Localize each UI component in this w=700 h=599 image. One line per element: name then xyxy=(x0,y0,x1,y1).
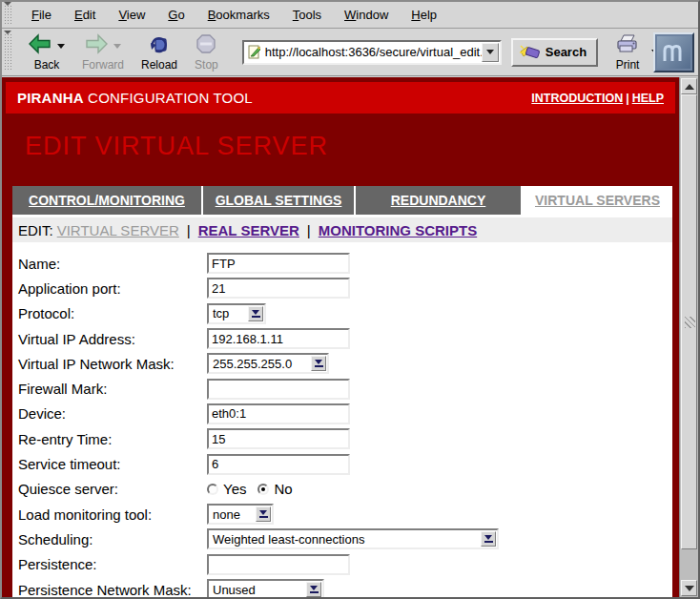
edit-subnav: EDIT: VIRTUAL SERVER | REAL SERVER | MON… xyxy=(12,217,672,242)
scheduling-select[interactable]: Weighted least-connections xyxy=(207,528,499,549)
field-label: Device: xyxy=(18,405,207,422)
tab-bar: CONTROL/MONITORING GLOBAL SETTINGS REDUN… xyxy=(12,186,672,215)
toolbar-grippy[interactable] xyxy=(4,33,12,72)
introduction-link[interactable]: INTRODUCTION xyxy=(531,92,623,105)
field-label: Service timeout: xyxy=(18,456,207,472)
print-button[interactable]: Print xyxy=(611,32,644,72)
piranha-header-bar: PIRANHA CONFIGURATION TOOL INTRODUCTION|… xyxy=(6,82,675,114)
tab-control-monitoring[interactable]: CONTROL/MONITORING xyxy=(12,186,201,215)
page-content: PIRANHA CONFIGURATION TOOL INTRODUCTION|… xyxy=(2,77,698,597)
load-monitoring-select[interactable]: none xyxy=(207,504,274,525)
menu-go[interactable]: Go xyxy=(156,4,196,26)
subnav-current-virtual-server: VIRTUAL SERVER xyxy=(57,222,179,238)
monitoring-scripts-link[interactable]: MONITORING SCRIPTS xyxy=(319,222,477,238)
menu-help[interactable]: Help xyxy=(400,4,448,26)
radio-label: Yes xyxy=(223,481,246,497)
scroll-up-icon[interactable] xyxy=(681,78,697,94)
select-value: 255.255.255.0 xyxy=(209,357,311,371)
url-history-dropdown-icon[interactable] xyxy=(482,43,499,62)
menu-view[interactable]: View xyxy=(107,4,156,26)
firewall-mark-input[interactable] xyxy=(207,379,350,400)
form-row-application-port: Application port: xyxy=(12,276,672,300)
menu-bookmarks[interactable]: Bookmarks xyxy=(196,4,281,26)
back-button[interactable]: Back xyxy=(25,32,69,72)
scroll-down-icon[interactable] xyxy=(681,580,697,596)
tab-global-settings[interactable]: GLOBAL SETTINGS xyxy=(203,186,354,215)
url-input[interactable]: http://localhost:3636/secure/virtual_edi… xyxy=(265,45,482,59)
menu-tools[interactable]: Tools xyxy=(281,4,333,26)
menu-window[interactable]: Window xyxy=(333,4,400,26)
back-arrow-icon xyxy=(29,33,51,58)
select-value: Unused xyxy=(209,583,306,597)
print-icon xyxy=(615,33,640,58)
reentry-time-input[interactable] xyxy=(207,428,350,449)
main-panel: CONTROL/MONITORING GLOBAL SETTINGS REDUN… xyxy=(12,186,672,597)
subnav-separator: | xyxy=(307,222,311,238)
persistence-netmask-select[interactable]: Unused xyxy=(207,579,324,597)
form-row-quiesce-server: Quiesce server: Yes No xyxy=(12,477,672,502)
dropdown-arrow-icon xyxy=(248,306,263,321)
radio-selected-icon xyxy=(257,484,269,495)
field-label: Persistence: xyxy=(18,556,207,572)
dropdown-arrow-icon xyxy=(311,356,326,371)
virtual-ip-netmask-select[interactable]: 255.255.255.0 xyxy=(207,353,329,374)
protocol-select[interactable]: tcp xyxy=(207,303,266,324)
header-link-separator: | xyxy=(623,92,632,105)
app-brand: PIRANHA CONFIGURATION TOOL xyxy=(17,90,253,106)
service-timeout-input[interactable] xyxy=(207,454,350,475)
form-row-load-monitoring: Load monitoring tool: none xyxy=(12,502,672,527)
select-value: Weighted least-connections xyxy=(209,532,481,547)
url-bar[interactable]: http://localhost:3636/secure/virtual_edi… xyxy=(242,40,502,65)
navigation-toolbar: Back Forward xyxy=(2,29,698,76)
radio-icon xyxy=(207,484,218,495)
persistence-input[interactable] xyxy=(207,554,350,575)
vertical-scrollbar[interactable] xyxy=(679,77,698,597)
toolbar-grippy[interactable] xyxy=(4,5,12,26)
search-flashlight-icon xyxy=(520,45,541,60)
field-label: Quiesce server: xyxy=(18,481,207,497)
back-dropdown-icon[interactable] xyxy=(57,44,65,49)
quiesce-yes-radio[interactable]: Yes xyxy=(207,481,246,497)
brand-secondary: CONFIGURATION TOOL xyxy=(84,90,253,106)
field-label: Scheduling: xyxy=(18,531,207,547)
radio-label: No xyxy=(274,481,292,497)
quiesce-no-radio[interactable]: No xyxy=(257,481,292,497)
menu-bar: File Edit View Go Bookmarks Tools Window… xyxy=(2,2,698,29)
field-label: Re-entry Time: xyxy=(18,431,207,447)
form-row-persistence-netmask: Persistence Network Mask: Unused xyxy=(12,577,672,597)
select-value: none xyxy=(209,507,256,522)
menu-file[interactable]: File xyxy=(20,4,63,26)
field-label: Name: xyxy=(18,256,207,272)
form-row-virtual-ip: Virtual IP Address: xyxy=(12,326,672,351)
search-button[interactable]: Search xyxy=(511,38,598,67)
reload-button[interactable]: Reload xyxy=(137,32,181,72)
name-input[interactable] xyxy=(207,253,350,274)
form-row-persistence: Persistence: xyxy=(12,552,672,577)
forward-dropdown-icon xyxy=(113,44,121,49)
dropdown-arrow-icon xyxy=(481,531,496,547)
device-input[interactable] xyxy=(207,403,350,424)
real-server-link[interactable]: REAL SERVER xyxy=(198,222,299,238)
field-label: Load monitoring tool: xyxy=(18,506,207,523)
dropdown-arrow-icon xyxy=(306,582,321,597)
menu-edit[interactable]: Edit xyxy=(63,4,107,26)
help-link[interactable]: HELP xyxy=(632,92,664,105)
form-row-scheduling: Scheduling: Weighted least-connections xyxy=(12,527,672,551)
tab-redundancy[interactable]: REDUNDANCY xyxy=(356,186,521,215)
field-label: Protocol: xyxy=(18,305,207,321)
stop-icon xyxy=(196,33,216,58)
form-row-virtual-ip-netmask: Virtual IP Network Mask: 255.255.255.0 xyxy=(12,351,672,376)
scrollbar-thumb[interactable] xyxy=(681,94,697,549)
mozilla-logo[interactable] xyxy=(653,32,694,72)
field-label: Virtual IP Address: xyxy=(18,331,207,347)
page-title: EDIT VIRTUAL SERVER xyxy=(25,132,328,161)
tab-virtual-servers[interactable]: VIRTUAL SERVERS xyxy=(523,186,672,215)
field-label: Application port: xyxy=(18,280,207,297)
virtual-ip-input[interactable] xyxy=(207,328,350,349)
field-label: Virtual IP Network Mask: xyxy=(18,356,207,372)
url-page-icon xyxy=(248,45,261,59)
virtual-server-form: Name: Application port: Protocol: tcp Vi… xyxy=(12,242,672,597)
subnav-separator: | xyxy=(187,222,191,238)
forward-button[interactable]: Forward xyxy=(78,32,128,72)
application-port-input[interactable] xyxy=(207,278,350,299)
